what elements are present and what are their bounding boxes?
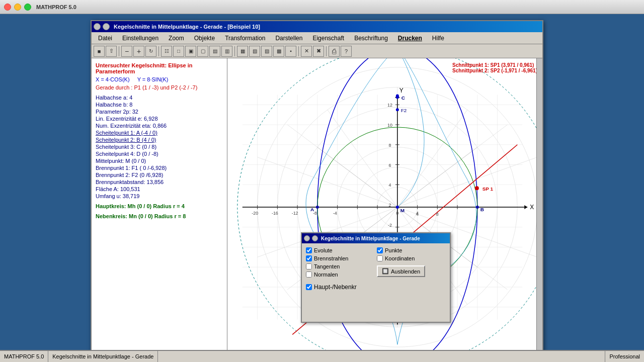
formula-y-text: Y = 8·SIN(K) — [137, 76, 169, 82]
info-row-scheit2: Scheitelpunkt 2: B (4 / 0) — [96, 137, 223, 143]
info-formula-x: X = 4·COS(K) Y = 8·SIN(K) — [96, 76, 223, 82]
brennstrahlen-row: Brennstrahlen — [306, 255, 375, 261]
status-app-text: MATHPROF 5.0 — [4, 353, 44, 359]
brennstrahlen-checkbox[interactable] — [306, 255, 312, 261]
menu-einstellungen[interactable]: Einstellungen — [118, 33, 163, 43]
tb-cursor-btn[interactable]: ⇧ — [106, 46, 117, 57]
status-topic: Kegelschnitte in Mittelpunktlage - Gerad… — [48, 351, 158, 362]
svg-text:-4: -4 — [333, 211, 337, 216]
tb-zoom-in-btn[interactable]: + — [133, 46, 144, 57]
ausblenden-button[interactable]: 🔲 Ausblenden — [377, 265, 425, 277]
info-nebenkreis: Nebenkreis: Mn (0 / 0) Radius r = 8 — [96, 213, 223, 219]
win-min-btn[interactable] — [103, 23, 110, 30]
info-row-num-exz: Num. Exzentrizität eta: 0,866 — [96, 123, 223, 129]
tb-b1[interactable]: ▤ — [209, 46, 220, 57]
sub-left-col: Evolute Brennstrahlen Tangenten Normalen — [306, 247, 375, 280]
koordinaten-checkbox[interactable] — [377, 255, 383, 261]
win-close-btn[interactable] — [94, 23, 101, 30]
svg-text:2: 2 — [388, 203, 391, 208]
os-titlebar: MATHPROF 5.0 — [0, 0, 644, 14]
scrollbar-vertical[interactable] — [536, 58, 542, 350]
tb-close-btn[interactable]: ✕ — [301, 46, 312, 57]
tb-sep-3 — [234, 46, 235, 56]
svg-text:-16: -16 — [272, 211, 278, 216]
info-row-parameter: Parameter 2p: 32 — [96, 109, 223, 115]
menu-hilfe[interactable]: Hilfe — [428, 33, 449, 43]
maximize-btn[interactable] — [24, 4, 31, 11]
info-row-scheit4: Scheitelpunkt 4: D (0 / -8) — [96, 151, 223, 157]
tb-zoom-reset-btn[interactable]: ↻ — [145, 46, 156, 57]
minimize-btn[interactable] — [14, 4, 21, 11]
info-gerade: Gerade durch : P1 (1 / -3) und P2 (-2 / … — [96, 84, 223, 90]
svg-text:-2: -2 — [388, 223, 392, 228]
info-row-brennpunkt2: Brennpunkt 2: F2 (0 /6,928) — [96, 172, 223, 178]
tb-zoom-out-btn[interactable]: − — [121, 46, 132, 57]
sub-min-btn[interactable] — [312, 235, 318, 241]
tb-sep-4 — [298, 46, 299, 56]
tb-b2[interactable]: ▥ — [221, 46, 232, 57]
window-title: Kegelschnitte in Mittelpunktlage - Gerad… — [114, 24, 540, 30]
info-panel: Untersuchter Kegelschnitt: Ellipse in Pa… — [92, 58, 227, 356]
sub-close-btn[interactable] — [304, 235, 310, 241]
tb-sep-5 — [326, 46, 327, 56]
formula-x-text: X = 4·COS(K) — [96, 76, 130, 82]
menu-transformation[interactable]: Transformation — [220, 33, 270, 43]
hauptnebenkr-checkbox[interactable] — [306, 284, 312, 290]
svg-text:SP 1: SP 1 — [482, 186, 494, 192]
menu-drucken[interactable]: Drucken — [393, 33, 427, 43]
tangenten-label: Tangenten — [314, 263, 340, 269]
svg-text:A: A — [310, 207, 314, 212]
evolute-label: Evolute — [314, 247, 333, 253]
info-row-brennabstand: Brennpunktabstand: 13,856 — [96, 179, 223, 185]
svg-text:6: 6 — [388, 163, 391, 168]
punkte-label: Punkte — [385, 247, 402, 253]
svg-text:0: 0 — [396, 211, 398, 216]
svg-text:8: 8 — [388, 143, 391, 148]
tb-b3[interactable]: ▦ — [237, 46, 248, 57]
svg-text:12: 12 — [387, 103, 392, 108]
tb-close2-btn[interactable]: ✖ — [313, 46, 324, 57]
statusbar: MATHPROF 5.0 Kegelschnitte in Mittelpunk… — [0, 350, 644, 362]
status-edition: Professional — [605, 351, 644, 362]
sub-window-title: Kegelschnitte in Mittelpunktlage - Gerad… — [321, 236, 420, 241]
tb-copy-btn[interactable]: ▣ — [185, 46, 196, 57]
tb-b5[interactable]: ▨ — [261, 46, 272, 57]
tangenten-checkbox[interactable] — [306, 263, 312, 269]
ausblenden-icon: 🔲 — [382, 268, 389, 275]
svg-point-78 — [396, 206, 399, 209]
svg-text:M: M — [400, 208, 405, 213]
tb-b4[interactable]: ▧ — [249, 46, 260, 57]
info-row-umfang: Umfang u: 38,719 — [96, 193, 223, 199]
info-title: Untersuchter Kegelschnitt: Ellipse in Pa… — [96, 62, 223, 74]
info-hauptkreis: Hauptkreis: Mh (0 / 0) Radius r = 4 — [96, 203, 223, 209]
sub-titlebar: Kegelschnitte in Mittelpunktlage - Gerad… — [302, 233, 450, 243]
hauptnebenkr-label: Haupt-/Nebenkr — [314, 284, 357, 291]
hauptnebenkr-check-row: Haupt-/Nebenkr — [306, 284, 446, 291]
tb-grid-btn[interactable]: ☷ — [161, 46, 172, 57]
punkte-checkbox[interactable] — [377, 247, 383, 253]
menu-beschriftung[interactable]: Beschriftung — [350, 33, 392, 43]
os-title: MATHPROF 5.0 — [36, 4, 76, 10]
tb-mode-btn[interactable]: ■ — [94, 46, 105, 57]
tb-b7[interactable]: ▪ — [285, 46, 296, 57]
normalen-row: Normalen — [306, 272, 375, 278]
menu-datei[interactable]: Datei — [94, 33, 117, 43]
menu-objekte[interactable]: Objekte — [190, 33, 219, 43]
menu-darstellen[interactable]: Darstellen — [271, 33, 307, 43]
menu-eigenschaft[interactable]: Eigenschaft — [308, 33, 349, 43]
close-btn[interactable] — [4, 4, 11, 11]
svg-text:4: 4 — [416, 212, 419, 217]
info-row-halbachse-a: Halbachse a: 4 — [96, 95, 223, 101]
menu-zoom[interactable]: Zoom — [164, 33, 189, 43]
tb-print-btn[interactable]: □ — [173, 46, 184, 57]
tb-print2-btn[interactable]: ⎙ — [329, 46, 340, 57]
tb-b6[interactable]: ▩ — [273, 46, 284, 57]
tb-help-btn[interactable]: ? — [341, 46, 352, 57]
sub-right-col: Punkte Koordinaten 🔲 Ausblenden — [377, 247, 446, 280]
brennstrahlen-label: Brennstrahlen — [314, 255, 349, 261]
ausblenden-container: 🔲 Ausblenden — [377, 265, 446, 277]
normalen-checkbox[interactable] — [306, 272, 312, 278]
evolute-checkbox[interactable] — [306, 247, 312, 253]
evolute-row: Evolute — [306, 247, 375, 253]
tb-paste-btn[interactable]: ▢ — [197, 46, 208, 57]
